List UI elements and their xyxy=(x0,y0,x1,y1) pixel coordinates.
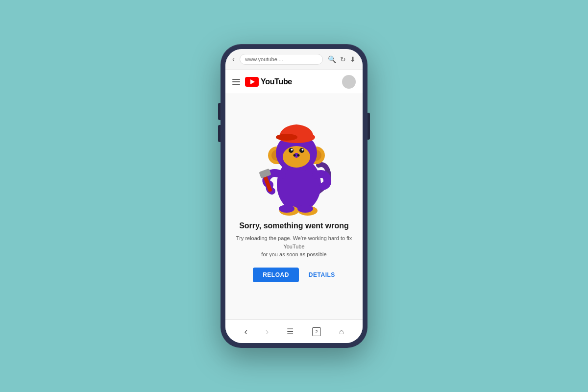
nav-menu-icon[interactable]: ☰ xyxy=(287,327,294,336)
browser-icons: 🔍 ↻ ⬇ xyxy=(328,55,356,63)
search-icon[interactable]: 🔍 xyxy=(328,55,336,63)
address-bar[interactable]: www.youtube.... xyxy=(240,54,323,65)
address-text: www.youtube.... xyxy=(245,56,283,62)
phone-screen: ‹ www.youtube.... 🔍 ↻ ⬇ YouTube xyxy=(225,49,363,343)
svg-point-8 xyxy=(299,148,304,153)
monkey-illustration xyxy=(245,99,343,217)
nav-tabs-icon[interactable]: 2 xyxy=(312,327,321,336)
error-subtitle: Try reloading the page. We're working ha… xyxy=(235,234,353,259)
phone-device: ‹ www.youtube.... 🔍 ↻ ⬇ YouTube xyxy=(220,44,368,348)
nav-forward-icon: › xyxy=(266,326,269,337)
error-title: Sorry, something went wrong xyxy=(239,221,349,230)
svg-point-9 xyxy=(291,149,293,151)
svg-point-15 xyxy=(276,134,297,141)
svg-point-19 xyxy=(279,205,294,213)
header-left: YouTube xyxy=(232,77,292,87)
error-actions: RELOAD DETAILS xyxy=(253,268,335,282)
youtube-header: YouTube xyxy=(225,70,363,94)
user-avatar[interactable] xyxy=(342,75,356,89)
svg-point-12 xyxy=(294,154,296,157)
svg-point-13 xyxy=(297,154,300,157)
youtube-icon xyxy=(245,77,259,87)
download-icon[interactable]: ⬇ xyxy=(350,55,356,63)
reload-button[interactable]: RELOAD xyxy=(253,268,299,282)
svg-point-21 xyxy=(297,205,313,213)
nav-back-icon[interactable]: ‹ xyxy=(244,326,247,337)
error-content: Sorry, something went wrong Try reloadin… xyxy=(225,94,363,319)
browser-bar: ‹ www.youtube.... 🔍 ↻ ⬇ xyxy=(225,49,363,70)
youtube-logo[interactable]: YouTube xyxy=(245,77,292,87)
svg-point-7 xyxy=(289,148,294,153)
reload-icon[interactable]: ↻ xyxy=(340,55,346,63)
svg-point-10 xyxy=(302,149,304,151)
nav-tabs-count: 2 xyxy=(316,329,318,334)
hamburger-menu[interactable] xyxy=(232,79,240,85)
nav-home-icon[interactable]: ⌂ xyxy=(339,327,344,336)
youtube-logo-text: YouTube xyxy=(261,77,292,86)
browser-back-icon[interactable]: ‹ xyxy=(232,55,235,64)
navigation-bar: ‹ › ☰ 2 ⌂ xyxy=(225,319,363,343)
details-button[interactable]: DETAILS xyxy=(309,271,335,278)
